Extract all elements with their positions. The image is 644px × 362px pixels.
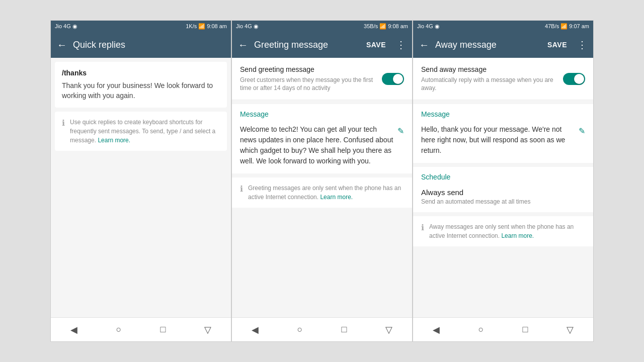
status-bar-2: Jio 4G ◉ 35B/s 📶 9:08 am bbox=[232, 21, 412, 32]
signal-icons-1: 📶 bbox=[198, 23, 205, 30]
info-icon-1: ℹ bbox=[62, 118, 65, 128]
quick-replies-content: /thanks Thank you for your business! We … bbox=[51, 58, 231, 317]
greeting-toggle-title: Send greeting message bbox=[240, 65, 376, 75]
time-1: 9:08 am bbox=[207, 23, 227, 29]
speed-2: 35B/s bbox=[364, 23, 378, 29]
nav-bar-2: ◀ ○ □ ▽ bbox=[232, 317, 412, 341]
nav-home-1[interactable]: ○ bbox=[116, 324, 122, 335]
shortcut-label: /thanks bbox=[62, 69, 220, 77]
status-bar-1: Jio 4G ◉ 1K/s 📶 9:08 am bbox=[51, 21, 231, 32]
schedule-always-sub: Send an automated message at all times bbox=[421, 198, 585, 205]
greeting-info: ℹ Greeting messages are only sent when t… bbox=[232, 177, 412, 208]
greeting-message-body: Welcome to tech2! You can get all your t… bbox=[232, 120, 412, 173]
screen-away-message: Jio 4G ◉ 47B/s 📶 9:07 am ← Away message … bbox=[413, 20, 594, 342]
away-message-text: Hello, thank you for your message. We're… bbox=[421, 124, 575, 156]
nav-recents-3[interactable]: □ bbox=[523, 324, 528, 335]
nav-recents-1[interactable]: □ bbox=[160, 324, 166, 335]
nav-bar-3: ◀ ○ □ ▽ bbox=[413, 317, 593, 341]
away-message-body: Hello, thank you for your message. We're… bbox=[413, 120, 593, 163]
status-left-2: Jio 4G ◉ bbox=[236, 23, 259, 30]
save-button-2[interactable]: SAVE bbox=[366, 41, 386, 49]
info-text-2: Greeting messages are only sent when the… bbox=[248, 184, 404, 202]
status-bar-3: Jio 4G ◉ 47B/s 📶 9:07 am bbox=[413, 21, 593, 32]
away-toggle-row: Send away message Automatically reply wi… bbox=[413, 58, 593, 100]
signal-icons-2: 📶 bbox=[379, 23, 386, 30]
time-2: 9:08 am bbox=[388, 23, 408, 29]
greeting-message-text: Welcome to tech2! You can get all your t… bbox=[240, 124, 393, 166]
speed-1: 1K/s bbox=[186, 23, 197, 29]
status-left-3: Jio 4G ◉ bbox=[417, 23, 440, 30]
speed-3: 47B/s bbox=[545, 23, 559, 29]
nav-menu-2[interactable]: ▽ bbox=[385, 324, 392, 335]
status-right-2: 35B/s 📶 9:08 am bbox=[364, 23, 408, 30]
toggle-knob-2 bbox=[393, 74, 403, 84]
learn-more-link-1[interactable]: Learn more. bbox=[98, 137, 130, 144]
greeting-toggle-switch[interactable] bbox=[382, 73, 404, 85]
nav-back-2[interactable]: ◀ bbox=[252, 324, 259, 335]
more-menu-button-3[interactable]: ⋮ bbox=[577, 39, 587, 51]
schedule-row[interactable]: Always send Send an automated message at… bbox=[413, 183, 593, 212]
back-button-2[interactable]: ← bbox=[238, 39, 248, 51]
away-toggle-switch[interactable] bbox=[563, 73, 585, 85]
signal-icons-3: 📶 bbox=[560, 23, 568, 30]
quick-reply-item: /thanks Thank you for your business! We … bbox=[55, 62, 227, 108]
away-toggle-title: Send away message bbox=[421, 65, 557, 75]
app-bar-3: ← Away message SAVE ⋮ bbox=[413, 32, 593, 58]
info-text-3: Away messages are only sent when the pho… bbox=[429, 222, 585, 240]
screen-title-2: Greeting message bbox=[254, 40, 360, 50]
carrier-2: Jio 4G ◉ bbox=[236, 23, 259, 30]
toggle-knob-3 bbox=[574, 74, 584, 84]
edit-message-button-3[interactable]: ✎ bbox=[579, 125, 585, 137]
nav-bar-1: ◀ ○ □ ▽ bbox=[51, 317, 231, 341]
carrier-3: Jio 4G ◉ bbox=[417, 23, 440, 30]
status-right-3: 47B/s 📶 9:07 am bbox=[545, 23, 589, 30]
back-button-3[interactable]: ← bbox=[419, 39, 429, 51]
info-icon-2: ℹ bbox=[240, 184, 243, 194]
status-right-1: 1K/s 📶 9:08 am bbox=[186, 23, 227, 30]
nav-recents-2[interactable]: □ bbox=[342, 324, 347, 335]
back-button-1[interactable]: ← bbox=[57, 39, 67, 51]
learn-more-link-2[interactable]: Learn more. bbox=[320, 194, 353, 201]
greeting-toggle-row: Send greeting message Greet customers wh… bbox=[232, 58, 412, 100]
away-toggle-text: Send away message Automatically reply wi… bbox=[421, 65, 557, 93]
greeting-toggle-text: Send greeting message Greet customers wh… bbox=[240, 65, 376, 93]
nav-home-2[interactable]: ○ bbox=[297, 324, 303, 335]
screen-quick-replies: Jio 4G ◉ 1K/s 📶 9:08 am ← Quick replies … bbox=[50, 20, 231, 342]
nav-home-3[interactable]: ○ bbox=[478, 324, 484, 335]
app-bar-2: ← Greeting message SAVE ⋮ bbox=[232, 32, 412, 58]
away-toggle-subtitle: Automatically reply with a message when … bbox=[421, 76, 557, 93]
screen-greeting-message: Jio 4G ◉ 35B/s 📶 9:08 am ← Greeting mess… bbox=[231, 20, 413, 342]
carrier-1: Jio 4G ◉ bbox=[55, 23, 77, 30]
app-bar-1: ← Quick replies bbox=[51, 32, 231, 58]
nav-back-1[interactable]: ◀ bbox=[70, 324, 77, 335]
reply-message-text: Thank you for your business! We look for… bbox=[62, 81, 220, 101]
status-left-1: Jio 4G ◉ bbox=[55, 23, 77, 30]
info-text-1: Use quick replies to create keyboard sho… bbox=[70, 118, 220, 145]
save-button-3[interactable]: SAVE bbox=[547, 41, 567, 49]
nav-menu-3[interactable]: ▽ bbox=[567, 324, 574, 335]
schedule-section: Schedule Always send Send an automated m… bbox=[413, 167, 593, 212]
away-message-section: Message Hello, thank you for your messag… bbox=[413, 104, 593, 163]
edit-message-button-2[interactable]: ✎ bbox=[397, 125, 404, 137]
greeting-message-section: Message Welcome to tech2! You can get al… bbox=[232, 104, 412, 173]
screen-title-1: Quick replies bbox=[73, 40, 225, 50]
away-message-label: Message bbox=[413, 104, 593, 120]
nav-menu-1[interactable]: ▽ bbox=[204, 324, 211, 335]
greeting-message-label: Message bbox=[232, 104, 412, 120]
away-content: Send away message Automatically reply wi… bbox=[413, 58, 593, 317]
more-menu-button-2[interactable]: ⋮ bbox=[396, 39, 406, 51]
info-icon-3: ℹ bbox=[421, 223, 424, 232]
time-3: 9:07 am bbox=[569, 23, 589, 29]
nav-back-3[interactable]: ◀ bbox=[433, 324, 440, 335]
learn-more-link-3[interactable]: Learn more. bbox=[501, 232, 534, 239]
schedule-label: Schedule bbox=[413, 167, 593, 183]
screen-title-3: Away message bbox=[435, 40, 541, 50]
schedule-always-title: Always send bbox=[421, 188, 585, 197]
greeting-content: Send greeting message Greet customers wh… bbox=[232, 58, 412, 317]
info-box-1: ℹ Use quick replies to create keyboard s… bbox=[55, 112, 227, 151]
away-info: ℹ Away messages are only sent when the p… bbox=[413, 216, 593, 246]
greeting-toggle-subtitle: Greet customers when they message you th… bbox=[240, 76, 376, 93]
